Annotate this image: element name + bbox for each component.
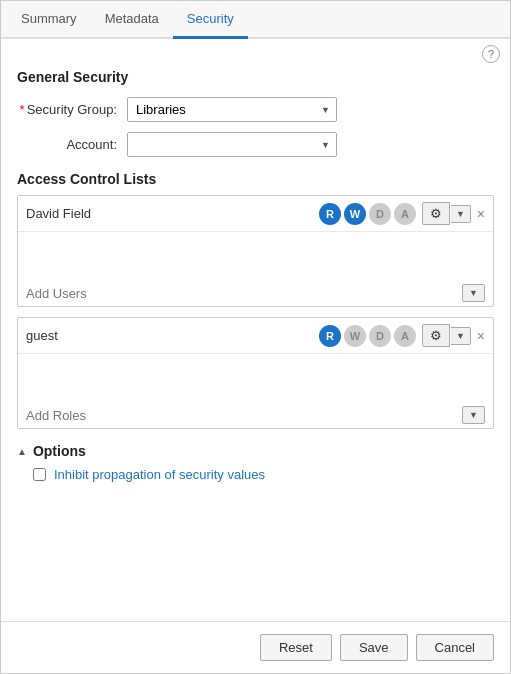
users-acl-block: David Field R W D A ⚙ ▼ × xyxy=(17,195,494,307)
tab-security[interactable]: Security xyxy=(173,1,248,39)
roles-acl-spacer xyxy=(18,354,493,402)
david-field-gear-btn[interactable]: ⚙ xyxy=(422,202,450,225)
add-users-arrow-icon: ▼ xyxy=(469,288,478,298)
security-group-select-wrapper: Libraries Administrators Users xyxy=(127,97,337,122)
options-triangle-icon: ▲ xyxy=(17,446,27,457)
general-security-title: General Security xyxy=(17,69,494,85)
badge-w-david[interactable]: W xyxy=(344,203,366,225)
main-content: General Security *Security Group: Librar… xyxy=(1,63,510,621)
badge-r-david[interactable]: R xyxy=(319,203,341,225)
inhibit-propagation-checkbox[interactable] xyxy=(33,468,46,481)
account-select[interactable] xyxy=(127,132,337,157)
help-icon[interactable]: ? xyxy=(482,45,500,63)
guest-actions: ⚙ ▼ xyxy=(422,324,471,347)
dropdown-arrow-guest-icon: ▼ xyxy=(456,331,465,341)
security-group-label: *Security Group: xyxy=(17,102,127,117)
add-roles-arrow-icon: ▼ xyxy=(469,410,478,420)
david-field-remove[interactable]: × xyxy=(477,206,485,222)
reset-button[interactable]: Reset xyxy=(260,634,332,661)
footer: Reset Save Cancel xyxy=(1,621,510,673)
add-users-dropdown-btn[interactable]: ▼ xyxy=(462,284,485,302)
badge-d-david[interactable]: D xyxy=(369,203,391,225)
account-row: Account: xyxy=(17,132,494,157)
david-field-row: David Field R W D A ⚙ ▼ × xyxy=(18,196,493,232)
gear-icon: ⚙ xyxy=(430,206,442,221)
guest-gear-btn[interactable]: ⚙ xyxy=(422,324,450,347)
add-roles-row: ▼ xyxy=(18,402,493,428)
cancel-button[interactable]: Cancel xyxy=(416,634,494,661)
david-field-actions: ⚙ ▼ xyxy=(422,202,471,225)
david-field-name: David Field xyxy=(26,206,319,221)
account-label: Account: xyxy=(17,137,127,152)
badge-a-guest[interactable]: A xyxy=(394,325,416,347)
tab-summary[interactable]: Summary xyxy=(7,1,91,39)
guest-row: guest R W D A ⚙ ▼ × xyxy=(18,318,493,354)
security-group-row: *Security Group: Libraries Administrator… xyxy=(17,97,494,122)
save-button[interactable]: Save xyxy=(340,634,408,661)
required-star: * xyxy=(20,102,25,117)
david-field-badges: R W D A xyxy=(319,203,416,225)
add-users-input[interactable] xyxy=(26,286,462,301)
main-container: Summary Metadata Security ? General Secu… xyxy=(0,0,511,674)
badge-a-david[interactable]: A xyxy=(394,203,416,225)
options-header[interactable]: ▲ Options xyxy=(17,443,494,459)
options-section: ▲ Options Inhibit propagation of securit… xyxy=(17,443,494,482)
add-users-row: ▼ xyxy=(18,280,493,306)
tab-bar: Summary Metadata Security xyxy=(1,1,510,39)
david-field-dropdown-btn[interactable]: ▼ xyxy=(451,205,471,223)
help-row: ? xyxy=(1,39,510,63)
acl-title: Access Control Lists xyxy=(17,171,494,187)
account-select-wrapper xyxy=(127,132,337,157)
tab-metadata[interactable]: Metadata xyxy=(91,1,173,39)
options-title: Options xyxy=(33,443,86,459)
inhibit-propagation-label: Inhibit propagation of security values xyxy=(54,467,265,482)
guest-dropdown-btn[interactable]: ▼ xyxy=(451,327,471,345)
roles-acl-block: guest R W D A ⚙ ▼ × xyxy=(17,317,494,429)
guest-badges: R W D A xyxy=(319,325,416,347)
badge-w-guest[interactable]: W xyxy=(344,325,366,347)
badge-r-guest[interactable]: R xyxy=(319,325,341,347)
add-roles-input[interactable] xyxy=(26,408,462,423)
security-group-select[interactable]: Libraries Administrators Users xyxy=(127,97,337,122)
badge-d-guest[interactable]: D xyxy=(369,325,391,347)
guest-name: guest xyxy=(26,328,319,343)
gear-icon-guest: ⚙ xyxy=(430,328,442,343)
guest-remove[interactable]: × xyxy=(477,328,485,344)
users-acl-spacer xyxy=(18,232,493,280)
add-roles-dropdown-btn[interactable]: ▼ xyxy=(462,406,485,424)
inhibit-propagation-row: Inhibit propagation of security values xyxy=(17,467,494,482)
dropdown-arrow-icon: ▼ xyxy=(456,209,465,219)
